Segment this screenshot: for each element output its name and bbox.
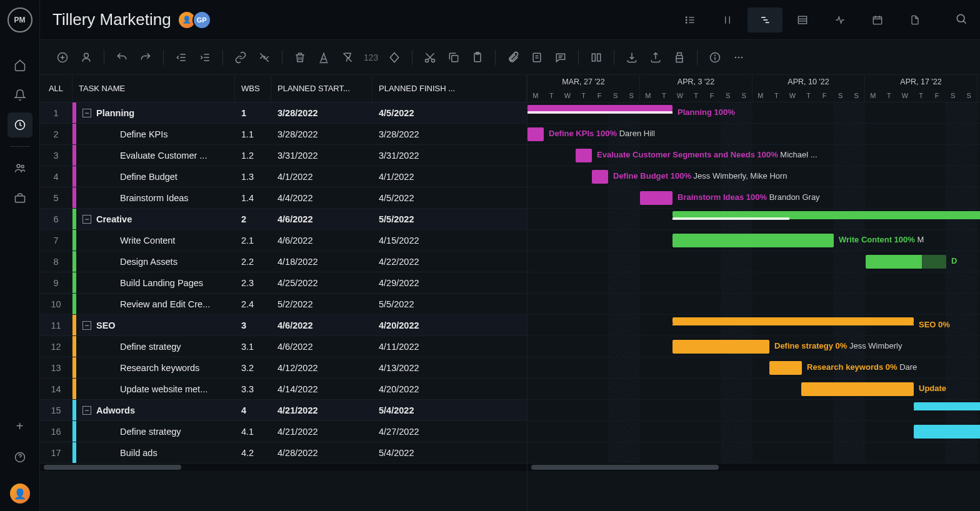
- gantt-row[interactable]: Update: [528, 379, 980, 400]
- sheet-view-tab[interactable]: [785, 7, 820, 32]
- project-members[interactable]: 👤 GP: [181, 11, 211, 29]
- col-wbs[interactable]: WBS: [235, 75, 271, 102]
- gantt-row[interactable]: Evaluate Customer Segments and Needs 100…: [528, 145, 980, 166]
- gantt-row[interactable]: Define KPIs 100% Daren Hill: [528, 124, 980, 145]
- help-icon[interactable]: [14, 451, 26, 466]
- file-view-tab[interactable]: [898, 7, 932, 32]
- gantt-bar[interactable]: [672, 211, 980, 217]
- bell-icon[interactable]: [8, 82, 32, 107]
- task-row[interactable]: 15 − Adwords 4 4/21/2022 5/4/2022: [40, 400, 527, 421]
- task-name-cell[interactable]: Write Content: [76, 230, 235, 251]
- more-button[interactable]: [729, 47, 749, 67]
- add-icon[interactable]: +: [16, 419, 24, 434]
- comment-button[interactable]: [551, 47, 571, 67]
- gantt-row[interactable]: Planning 100%: [528, 102, 980, 124]
- gantt-row[interactable]: [528, 400, 980, 421]
- user-avatar[interactable]: 👤: [10, 484, 30, 504]
- paste-button[interactable]: [468, 47, 488, 67]
- gantt-bar[interactable]: [640, 191, 672, 205]
- font-button[interactable]: [314, 47, 334, 67]
- task-name-cell[interactable]: − Planning: [76, 102, 235, 123]
- task-row[interactable]: 13 Research keywords 3.2 4/12/2022 4/13/…: [40, 357, 527, 379]
- col-planned-start[interactable]: PLANNED START...: [271, 75, 372, 102]
- gantt-row[interactable]: Define strategy 0% Jess Wimberly: [528, 336, 980, 357]
- task-row[interactable]: 10 Review and Edit Cre... 2.4 5/2/2022 5…: [40, 294, 527, 315]
- print-button[interactable]: [669, 47, 689, 67]
- task-row[interactable]: 11 − SEO 3 4/6/2022 4/20/2022: [40, 315, 527, 336]
- task-row[interactable]: 1 − Planning 1 3/28/2022 4/5/2022: [40, 102, 527, 124]
- task-name-cell[interactable]: Evaluate Customer ...: [76, 145, 235, 166]
- gantt-row[interactable]: D: [528, 251, 980, 272]
- gantt-bar[interactable]: [914, 402, 980, 409]
- gantt-bar[interactable]: [672, 234, 834, 247]
- assign-button[interactable]: [76, 47, 96, 67]
- outdent-button[interactable]: [171, 47, 191, 67]
- delete-button[interactable]: [290, 47, 310, 67]
- app-logo[interactable]: PM: [8, 7, 32, 32]
- activity-view-tab[interactable]: [822, 7, 858, 32]
- gantt-row[interactable]: Write Content 100% M: [528, 230, 980, 251]
- gantt-row[interactable]: [528, 294, 980, 315]
- task-row[interactable]: 14 Update website met... 3.3 4/14/2022 4…: [40, 379, 527, 400]
- undo-button[interactable]: [112, 47, 132, 67]
- task-row[interactable]: 2 Define KPIs 1.1 3/28/2022 3/28/2022: [40, 124, 527, 145]
- gantt-bar[interactable]: [576, 149, 592, 162]
- gantt-bar[interactable]: [528, 127, 544, 141]
- redo-button[interactable]: [136, 47, 156, 67]
- task-name-cell[interactable]: Update website met...: [76, 379, 235, 399]
- link-button[interactable]: [231, 47, 251, 67]
- gantt-row[interactable]: Define Budget 100% Jess Wimberly, Mike H…: [528, 166, 980, 187]
- add-task-button[interactable]: [52, 47, 72, 67]
- board-view-tab[interactable]: [710, 7, 745, 32]
- col-task-name[interactable]: TASK NAME: [72, 75, 235, 102]
- list-view-tab[interactable]: [672, 7, 708, 32]
- cut-button[interactable]: [420, 47, 440, 67]
- home-icon[interactable]: [8, 52, 32, 77]
- info-button[interactable]: [705, 47, 725, 67]
- unlink-button[interactable]: [254, 47, 274, 67]
- gantt-row[interactable]: [528, 442, 980, 464]
- gantt-bar[interactable]: [672, 340, 769, 354]
- avatar[interactable]: GP: [192, 11, 211, 29]
- task-name-cell[interactable]: Design Assets: [76, 251, 235, 272]
- gantt-chart[interactable]: MAR, 27 '22MTWTFSSAPR, 3 '22MTWTFSSAPR, …: [528, 75, 980, 511]
- collapse-icon[interactable]: −: [82, 321, 91, 330]
- team-icon[interactable]: [8, 156, 32, 181]
- task-name-cell[interactable]: Define strategy: [76, 336, 235, 357]
- notes-button[interactable]: [527, 47, 547, 67]
- search-icon[interactable]: [955, 12, 968, 27]
- gantt-bar[interactable]: [672, 317, 914, 324]
- task-name-cell[interactable]: Brainstorm Ideas: [76, 187, 235, 208]
- task-name-cell[interactable]: Build Landing Pages: [76, 272, 235, 293]
- gantt-row[interactable]: [528, 209, 980, 230]
- columns-button[interactable]: [586, 47, 606, 67]
- task-row[interactable]: 5 Brainstorm Ideas 1.4 4/4/2022 4/5/2022: [40, 187, 527, 209]
- task-row[interactable]: 9 Build Landing Pages 2.3 4/25/2022 4/29…: [40, 272, 527, 294]
- briefcase-icon[interactable]: [8, 186, 32, 211]
- task-row[interactable]: 17 Build ads 4.2 4/28/2022 5/4/2022: [40, 442, 527, 464]
- indent-button[interactable]: [195, 47, 215, 67]
- task-name-cell[interactable]: − Creative: [76, 209, 235, 229]
- attach-button[interactable]: [503, 47, 523, 67]
- gantt-bar[interactable]: [592, 170, 608, 184]
- collapse-icon[interactable]: −: [82, 109, 91, 117]
- gantt-bar[interactable]: [801, 382, 914, 396]
- gantt-row[interactable]: SEO 0%: [528, 315, 980, 336]
- import-button[interactable]: [622, 47, 642, 67]
- task-name-cell[interactable]: − Adwords: [76, 400, 235, 420]
- task-name-cell[interactable]: − SEO: [76, 315, 235, 335]
- task-name-cell[interactable]: Define KPIs: [76, 124, 235, 144]
- export-button[interactable]: [646, 47, 666, 67]
- gantt-scrollbar[interactable]: [528, 464, 980, 471]
- gantt-row[interactable]: Research keywords 0% Dare: [528, 357, 980, 379]
- clear-format-button[interactable]: [338, 47, 358, 67]
- clock-icon[interactable]: [8, 112, 32, 137]
- col-planned-finish[interactable]: PLANNED FINISH ...: [372, 75, 527, 102]
- gantt-bar[interactable]: [769, 361, 802, 375]
- task-name-cell[interactable]: Define strategy: [76, 421, 235, 442]
- calendar-view-tab[interactable]: [860, 7, 895, 32]
- milestone-button[interactable]: [384, 47, 404, 67]
- task-name-cell[interactable]: Define Budget: [76, 166, 235, 187]
- gantt-row[interactable]: Brainstorm Ideas 100% Brandon Gray: [528, 187, 980, 209]
- col-all[interactable]: ALL: [40, 75, 72, 102]
